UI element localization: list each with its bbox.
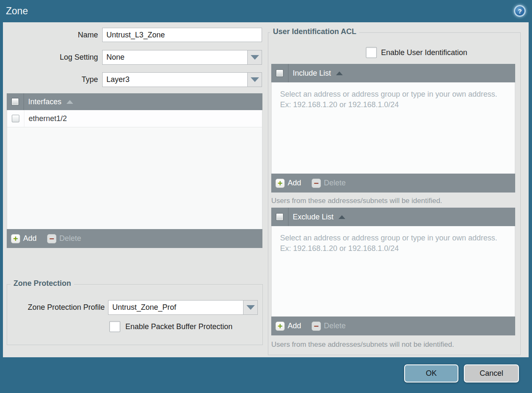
chevron-down-icon [251, 55, 259, 60]
zone-dialog: Zone ? Name Log Setting Type Interfaces [0, 0, 532, 393]
add-button-label: Add [288, 179, 301, 187]
zone-protection-profile-dropdown-button[interactable] [244, 300, 258, 315]
enable-packet-buffer-protection-label: Enable Packet Buffer Protection [125, 321, 233, 332]
log-setting-dropdown-button[interactable] [248, 50, 262, 65]
delete-icon: − [47, 234, 56, 243]
zone-protection-profile-combo [108, 300, 258, 315]
exclude-list-select-all-cell [271, 208, 288, 226]
include-list-add-button[interactable]: + Add [275, 179, 301, 188]
add-icon: + [275, 322, 285, 331]
interfaces-actions-bar: + Add − Delete [7, 229, 262, 248]
interfaces-table-header[interactable]: Interfaces [7, 93, 262, 110]
help-icon[interactable]: ? [514, 5, 526, 17]
include-list-header-label: Include List [293, 69, 331, 78]
include-list-caption: Users from these addresses/subnets will … [271, 197, 442, 205]
interface-row[interactable]: ethernet1/2 [7, 110, 262, 127]
include-list-delete-button[interactable]: − Delete [312, 179, 346, 188]
interfaces-header-label: Interfaces [28, 98, 61, 106]
include-list-header[interactable]: Include List [271, 64, 515, 82]
sort-asc-icon [336, 71, 343, 75]
exclude-list-caption: Users from these addresses/subnets will … [271, 340, 454, 349]
enable-packet-buffer-protection-checkbox[interactable] [109, 321, 120, 332]
include-list-body[interactable]: Select an address or address group or ty… [271, 82, 515, 174]
interfaces-select-all-checkbox[interactable] [11, 98, 19, 106]
help-icon-glyph: ? [518, 8, 521, 15]
dialog-title: Zone [6, 5, 28, 17]
zone-protection-section: Zone Protection Zone Protection Profile … [7, 284, 263, 345]
include-list-placeholder: Select an address or address group or ty… [272, 82, 507, 117]
add-button-label: Add [23, 234, 37, 243]
interface-row-checkbox[interactable] [12, 115, 19, 122]
interfaces-add-button[interactable]: + Add [11, 234, 37, 243]
add-icon: + [11, 234, 20, 243]
delete-icon: − [312, 179, 321, 188]
interface-row-checkbox-cell [7, 110, 24, 127]
sort-asc-icon [339, 215, 345, 219]
log-setting-label: Log Setting [5, 50, 98, 64]
delete-icon: − [312, 322, 321, 331]
enable-user-identification-checkbox[interactable] [366, 47, 377, 58]
exclude-list-actions-bar: + Add − Delete [271, 317, 515, 335]
add-button-label: Add [288, 322, 301, 330]
dialog-body: Name Log Setting Type Interfaces [3, 22, 529, 357]
zone-protection-profile-label: Zone Protection Profile [16, 300, 105, 315]
interface-name: ethernet1/2 [29, 114, 67, 123]
type-dropdown-button[interactable] [248, 72, 262, 87]
delete-button-label: Delete [324, 179, 346, 187]
exclude-list-body[interactable]: Select an address or address group or ty… [271, 226, 515, 317]
exclude-list-select-all-checkbox[interactable] [276, 213, 283, 221]
interfaces-delete-button[interactable]: − Delete [47, 234, 81, 243]
exclude-list-header[interactable]: Exclude List [271, 208, 515, 226]
include-list-actions-bar: + Add − Delete [271, 174, 515, 193]
include-list-select-all-checkbox[interactable] [276, 69, 283, 77]
name-label: Name [5, 28, 98, 42]
user-identification-acl-legend: User Identification ACL [270, 27, 359, 36]
type-label: Type [5, 72, 98, 87]
chevron-down-icon [251, 77, 259, 82]
delete-button-label: Delete [324, 322, 346, 330]
ok-button[interactable]: OK [404, 364, 458, 382]
delete-button-label: Delete [59, 234, 81, 243]
include-list-select-all-cell [271, 64, 288, 82]
interfaces-table-body: ethernet1/2 [7, 110, 262, 229]
exclude-list-header-label: Exclude List [293, 213, 333, 222]
zone-protection-legend: Zone Protection [11, 279, 74, 288]
exclude-list-add-button[interactable]: + Add [275, 322, 301, 331]
name-input[interactable] [102, 28, 262, 42]
exclude-list-delete-button[interactable]: − Delete [312, 322, 346, 331]
chevron-down-icon [246, 305, 255, 310]
log-setting-combo [102, 50, 262, 65]
add-icon: + [275, 179, 285, 188]
type-input[interactable] [102, 72, 248, 87]
sort-asc-icon [66, 100, 73, 104]
exclude-list-placeholder: Select an address or address group or ty… [272, 226, 507, 261]
enable-user-identification-label: Enable User Identification [381, 47, 467, 58]
interfaces-select-all-cell [7, 93, 24, 110]
cancel-button[interactable]: Cancel [464, 364, 519, 382]
type-combo [102, 72, 262, 87]
log-setting-input[interactable] [102, 50, 248, 65]
zone-protection-profile-input[interactable] [108, 300, 244, 315]
